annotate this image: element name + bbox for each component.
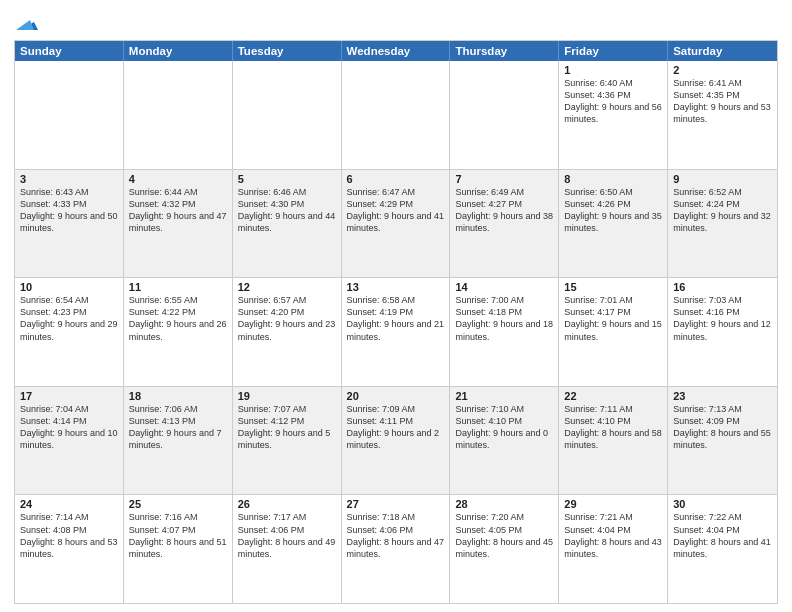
day-number: 24 xyxy=(20,498,118,510)
day-number: 10 xyxy=(20,281,118,293)
calendar-row-5: 24Sunrise: 7:14 AM Sunset: 4:08 PM Dayli… xyxy=(15,495,777,603)
day-number: 14 xyxy=(455,281,553,293)
day-info: Sunrise: 6:40 AM Sunset: 4:36 PM Dayligh… xyxy=(564,77,662,126)
day-info: Sunrise: 7:14 AM Sunset: 4:08 PM Dayligh… xyxy=(20,511,118,560)
day-cell-28: 28Sunrise: 7:20 AM Sunset: 4:05 PM Dayli… xyxy=(450,495,559,603)
day-number: 27 xyxy=(347,498,445,510)
day-number: 2 xyxy=(673,64,772,76)
day-cell-13: 13Sunrise: 6:58 AM Sunset: 4:19 PM Dayli… xyxy=(342,278,451,386)
day-number: 9 xyxy=(673,173,772,185)
day-cell-4: 4Sunrise: 6:44 AM Sunset: 4:32 PM Daylig… xyxy=(124,170,233,278)
day-cell-21: 21Sunrise: 7:10 AM Sunset: 4:10 PM Dayli… xyxy=(450,387,559,495)
day-cell-11: 11Sunrise: 6:55 AM Sunset: 4:22 PM Dayli… xyxy=(124,278,233,386)
day-info: Sunrise: 6:43 AM Sunset: 4:33 PM Dayligh… xyxy=(20,186,118,235)
day-cell-3: 3Sunrise: 6:43 AM Sunset: 4:33 PM Daylig… xyxy=(15,170,124,278)
day-cell-8: 8Sunrise: 6:50 AM Sunset: 4:26 PM Daylig… xyxy=(559,170,668,278)
day-cell-1: 1Sunrise: 6:40 AM Sunset: 4:36 PM Daylig… xyxy=(559,61,668,169)
day-number: 12 xyxy=(238,281,336,293)
empty-cell-0-4 xyxy=(450,61,559,169)
day-cell-14: 14Sunrise: 7:00 AM Sunset: 4:18 PM Dayli… xyxy=(450,278,559,386)
day-number: 15 xyxy=(564,281,662,293)
day-number: 1 xyxy=(564,64,662,76)
day-number: 4 xyxy=(129,173,227,185)
day-info: Sunrise: 7:09 AM Sunset: 4:11 PM Dayligh… xyxy=(347,403,445,452)
day-cell-7: 7Sunrise: 6:49 AM Sunset: 4:27 PM Daylig… xyxy=(450,170,559,278)
day-cell-23: 23Sunrise: 7:13 AM Sunset: 4:09 PM Dayli… xyxy=(668,387,777,495)
day-number: 22 xyxy=(564,390,662,402)
svg-marker-1 xyxy=(16,20,34,30)
day-info: Sunrise: 7:20 AM Sunset: 4:05 PM Dayligh… xyxy=(455,511,553,560)
day-cell-10: 10Sunrise: 6:54 AM Sunset: 4:23 PM Dayli… xyxy=(15,278,124,386)
day-info: Sunrise: 7:22 AM Sunset: 4:04 PM Dayligh… xyxy=(673,511,772,560)
day-info: Sunrise: 7:13 AM Sunset: 4:09 PM Dayligh… xyxy=(673,403,772,452)
day-info: Sunrise: 7:18 AM Sunset: 4:06 PM Dayligh… xyxy=(347,511,445,560)
day-cell-9: 9Sunrise: 6:52 AM Sunset: 4:24 PM Daylig… xyxy=(668,170,777,278)
empty-cell-0-2 xyxy=(233,61,342,169)
day-number: 18 xyxy=(129,390,227,402)
day-number: 19 xyxy=(238,390,336,402)
logo-icon xyxy=(16,12,38,34)
day-number: 8 xyxy=(564,173,662,185)
day-cell-2: 2Sunrise: 6:41 AM Sunset: 4:35 PM Daylig… xyxy=(668,61,777,169)
day-cell-25: 25Sunrise: 7:16 AM Sunset: 4:07 PM Dayli… xyxy=(124,495,233,603)
day-info: Sunrise: 6:49 AM Sunset: 4:27 PM Dayligh… xyxy=(455,186,553,235)
day-info: Sunrise: 6:57 AM Sunset: 4:20 PM Dayligh… xyxy=(238,294,336,343)
day-number: 21 xyxy=(455,390,553,402)
day-number: 20 xyxy=(347,390,445,402)
calendar-body: 1Sunrise: 6:40 AM Sunset: 4:36 PM Daylig… xyxy=(15,61,777,603)
calendar: SundayMondayTuesdayWednesdayThursdayFrid… xyxy=(14,40,778,604)
day-cell-24: 24Sunrise: 7:14 AM Sunset: 4:08 PM Dayli… xyxy=(15,495,124,603)
day-cell-17: 17Sunrise: 7:04 AM Sunset: 4:14 PM Dayli… xyxy=(15,387,124,495)
day-info: Sunrise: 7:17 AM Sunset: 4:06 PM Dayligh… xyxy=(238,511,336,560)
day-cell-5: 5Sunrise: 6:46 AM Sunset: 4:30 PM Daylig… xyxy=(233,170,342,278)
empty-cell-0-0 xyxy=(15,61,124,169)
day-cell-26: 26Sunrise: 7:17 AM Sunset: 4:06 PM Dayli… xyxy=(233,495,342,603)
day-info: Sunrise: 7:07 AM Sunset: 4:12 PM Dayligh… xyxy=(238,403,336,452)
day-info: Sunrise: 7:00 AM Sunset: 4:18 PM Dayligh… xyxy=(455,294,553,343)
calendar-row-1: 1Sunrise: 6:40 AM Sunset: 4:36 PM Daylig… xyxy=(15,61,777,170)
empty-cell-0-1 xyxy=(124,61,233,169)
day-info: Sunrise: 7:21 AM Sunset: 4:04 PM Dayligh… xyxy=(564,511,662,560)
day-cell-12: 12Sunrise: 6:57 AM Sunset: 4:20 PM Dayli… xyxy=(233,278,342,386)
weekday-header-sunday: Sunday xyxy=(15,41,124,61)
day-cell-29: 29Sunrise: 7:21 AM Sunset: 4:04 PM Dayli… xyxy=(559,495,668,603)
day-info: Sunrise: 7:04 AM Sunset: 4:14 PM Dayligh… xyxy=(20,403,118,452)
page: SundayMondayTuesdayWednesdayThursdayFrid… xyxy=(0,0,792,612)
day-number: 28 xyxy=(455,498,553,510)
weekday-header-saturday: Saturday xyxy=(668,41,777,61)
day-info: Sunrise: 7:01 AM Sunset: 4:17 PM Dayligh… xyxy=(564,294,662,343)
day-info: Sunrise: 6:54 AM Sunset: 4:23 PM Dayligh… xyxy=(20,294,118,343)
header xyxy=(14,10,778,34)
day-info: Sunrise: 6:58 AM Sunset: 4:19 PM Dayligh… xyxy=(347,294,445,343)
day-info: Sunrise: 6:46 AM Sunset: 4:30 PM Dayligh… xyxy=(238,186,336,235)
day-info: Sunrise: 6:55 AM Sunset: 4:22 PM Dayligh… xyxy=(129,294,227,343)
day-info: Sunrise: 6:52 AM Sunset: 4:24 PM Dayligh… xyxy=(673,186,772,235)
weekday-header-wednesday: Wednesday xyxy=(342,41,451,61)
day-number: 30 xyxy=(673,498,772,510)
day-info: Sunrise: 7:11 AM Sunset: 4:10 PM Dayligh… xyxy=(564,403,662,452)
day-cell-18: 18Sunrise: 7:06 AM Sunset: 4:13 PM Dayli… xyxy=(124,387,233,495)
day-cell-20: 20Sunrise: 7:09 AM Sunset: 4:11 PM Dayli… xyxy=(342,387,451,495)
day-number: 5 xyxy=(238,173,336,185)
day-info: Sunrise: 7:16 AM Sunset: 4:07 PM Dayligh… xyxy=(129,511,227,560)
day-cell-15: 15Sunrise: 7:01 AM Sunset: 4:17 PM Dayli… xyxy=(559,278,668,386)
day-cell-6: 6Sunrise: 6:47 AM Sunset: 4:29 PM Daylig… xyxy=(342,170,451,278)
day-number: 13 xyxy=(347,281,445,293)
day-number: 29 xyxy=(564,498,662,510)
day-number: 16 xyxy=(673,281,772,293)
logo xyxy=(14,14,38,34)
weekday-header-thursday: Thursday xyxy=(450,41,559,61)
day-number: 17 xyxy=(20,390,118,402)
day-info: Sunrise: 6:44 AM Sunset: 4:32 PM Dayligh… xyxy=(129,186,227,235)
day-cell-16: 16Sunrise: 7:03 AM Sunset: 4:16 PM Dayli… xyxy=(668,278,777,386)
day-cell-22: 22Sunrise: 7:11 AM Sunset: 4:10 PM Dayli… xyxy=(559,387,668,495)
day-cell-27: 27Sunrise: 7:18 AM Sunset: 4:06 PM Dayli… xyxy=(342,495,451,603)
weekday-header-friday: Friday xyxy=(559,41,668,61)
calendar-header-row: SundayMondayTuesdayWednesdayThursdayFrid… xyxy=(15,41,777,61)
day-number: 7 xyxy=(455,173,553,185)
day-info: Sunrise: 6:47 AM Sunset: 4:29 PM Dayligh… xyxy=(347,186,445,235)
day-info: Sunrise: 7:03 AM Sunset: 4:16 PM Dayligh… xyxy=(673,294,772,343)
day-info: Sunrise: 7:06 AM Sunset: 4:13 PM Dayligh… xyxy=(129,403,227,452)
day-info: Sunrise: 6:41 AM Sunset: 4:35 PM Dayligh… xyxy=(673,77,772,126)
day-number: 26 xyxy=(238,498,336,510)
